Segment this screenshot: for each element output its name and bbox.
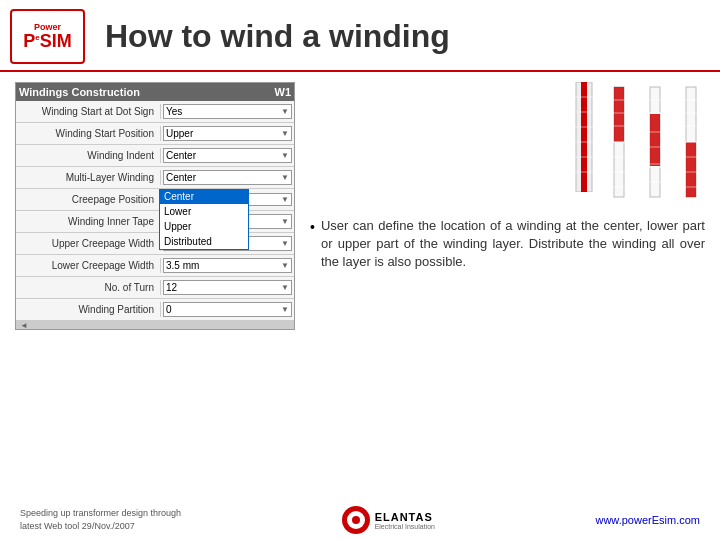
multilayer-dropdown[interactable]: Center Lower Upper Distributed <box>159 189 249 250</box>
chevron-down-icon: ▼ <box>281 217 289 226</box>
winding-diagrams <box>310 82 705 202</box>
elantas-circle-icon <box>342 506 370 534</box>
field-value-start-pos[interactable]: Upper ▼ <box>161 124 294 143</box>
bullet-text: User can define the location of a windin… <box>321 217 705 272</box>
dropdown-option-upper[interactable]: Upper <box>160 219 248 234</box>
table-row: Winding Start Position Upper ▼ <box>16 123 294 145</box>
chevron-down-icon: ▼ <box>281 261 289 270</box>
field-label-no-of-turn: No. of Turn <box>16 280 161 295</box>
field-label-start-pos: Winding Start Position <box>16 126 161 141</box>
chevron-down-icon: ▼ <box>281 107 289 116</box>
logo: Power PeSIM <box>10 9 85 64</box>
field-label-winding-partition: Winding Partition <box>16 302 161 317</box>
field-value-lower-creepage[interactable]: 3.5 mm ▼ <box>161 256 294 275</box>
winding-diagram-3 <box>641 82 669 202</box>
scroll-bar[interactable]: ◄ <box>16 321 294 329</box>
footer-line1: Speeding up transformer design through <box>20 507 181 520</box>
page-title: How to wind a winding <box>105 18 450 55</box>
field-label-dot-sign: Winding Start at Dot Sign <box>16 104 161 119</box>
field-value-indent[interactable]: Center ▼ <box>161 146 294 165</box>
table-row: Winding Start at Dot Sign Yes ▼ <box>16 101 294 123</box>
table-row: No. of Turn 12 ▼ <box>16 277 294 299</box>
elantas-inner-icon <box>347 511 365 529</box>
footer-left: Speeding up transformer design through l… <box>20 507 181 532</box>
field-value-winding-partition[interactable]: 0 ▼ <box>161 300 294 319</box>
no-of-turn-select[interactable]: 12 ▼ <box>163 280 292 295</box>
svg-rect-9 <box>614 87 624 142</box>
footer-website: www.powerEsim.com <box>595 514 700 526</box>
winding-svg-4 <box>682 82 700 202</box>
start-pos-value: Upper <box>166 128 193 139</box>
table-row: Creepage Position ▼ <box>16 189 294 211</box>
dot-sign-value: Yes <box>166 106 182 117</box>
windings-form: Windings Construction W1 Winding Start a… <box>15 82 295 330</box>
field-label-multilayer: Multi-Layer Winding <box>16 170 161 185</box>
footer-line2: latest Web tool 29/Nov./2007 <box>20 520 181 533</box>
chevron-down-icon: ▼ <box>281 283 289 292</box>
field-label-creepage-pos: Creepage Position <box>16 192 161 207</box>
bullet-section: • User can define the location of a wind… <box>310 217 705 272</box>
winding-svg-1 <box>575 82 593 192</box>
field-label-inner-tape: Winding Inner Tape <box>16 214 161 229</box>
footer-center: ELANTAS Electrical Insulation <box>342 506 435 534</box>
header: Power PeSIM How to wind a winding <box>0 0 720 72</box>
field-value-multilayer[interactable]: Center ▼ <box>161 168 294 187</box>
chevron-down-icon: ▼ <box>281 129 289 138</box>
elantas-subtitle: Electrical Insulation <box>375 523 435 530</box>
winding-diagram-2 <box>605 82 633 202</box>
table-row: Winding Partition 0 ▼ <box>16 299 294 321</box>
winding-diagram-4 <box>677 82 705 202</box>
field-label-upper-creepage: Upper Creepage Width <box>16 236 161 251</box>
form-header-w1: W1 <box>275 86 292 98</box>
chevron-down-icon: ▼ <box>281 239 289 248</box>
indent-value: Center <box>166 150 196 161</box>
field-value-no-of-turn[interactable]: 12 ▼ <box>161 278 294 297</box>
elantas-dot-icon <box>352 516 360 524</box>
winding-svg-2 <box>610 82 628 202</box>
table-row: Winding Inner Tape Nil ▼ <box>16 211 294 233</box>
no-of-turn-value: 12 <box>166 282 177 293</box>
winding-partition-select[interactable]: 0 ▼ <box>163 302 292 317</box>
dropdown-option-distributed[interactable]: Distributed <box>160 234 248 249</box>
chevron-down-icon: ▼ <box>281 195 289 204</box>
lower-creepage-value: 3.5 mm <box>166 260 199 271</box>
main-content: Windings Construction W1 Winding Start a… <box>0 72 720 500</box>
bullet-icon: • <box>310 219 315 235</box>
chevron-down-icon: ▼ <box>281 151 289 160</box>
table-row: Lower Creepage Width 3.5 mm ▼ <box>16 255 294 277</box>
winding-svg-3 <box>646 82 664 202</box>
footer: Speeding up transformer design through l… <box>0 500 720 540</box>
winding-partition-value: 0 <box>166 304 172 315</box>
dropdown-option-lower[interactable]: Lower <box>160 204 248 219</box>
chevron-down-icon: ▼ <box>281 173 289 182</box>
indent-select[interactable]: Center ▼ <box>163 148 292 163</box>
svg-rect-1 <box>581 82 587 192</box>
logo-sim-text: PeSIM <box>23 32 71 50</box>
multilayer-value: Center <box>166 172 196 183</box>
winding-diagram-1 <box>569 82 597 202</box>
table-row: Multi-Layer Winding Center ▼ Center Lowe… <box>16 167 294 189</box>
scroll-left-icon[interactable]: ◄ <box>20 321 28 330</box>
field-label-indent: Winding Indent <box>16 148 161 163</box>
field-value-dot-sign[interactable]: Yes ▼ <box>161 102 294 121</box>
chevron-down-icon: ▼ <box>281 305 289 314</box>
lower-creepage-select[interactable]: 3.5 mm ▼ <box>163 258 292 273</box>
multilayer-select[interactable]: Center ▼ <box>163 170 292 185</box>
table-row: Upper Creepage Width 0.0 mm ▼ <box>16 233 294 255</box>
table-row: Winding Indent Center ▼ <box>16 145 294 167</box>
form-header-title: Windings Construction <box>19 86 140 98</box>
form-header: Windings Construction W1 <box>16 83 294 101</box>
left-panel: Windings Construction W1 Winding Start a… <box>15 82 295 490</box>
svg-rect-18 <box>650 114 660 166</box>
field-label-lower-creepage: Lower Creepage Width <box>16 258 161 273</box>
elantas-name: ELANTAS <box>375 511 435 523</box>
dropdown-option-center[interactable]: Center <box>160 189 248 204</box>
start-pos-select[interactable]: Upper ▼ <box>163 126 292 141</box>
svg-rect-27 <box>686 142 696 197</box>
dot-sign-select[interactable]: Yes ▼ <box>163 104 292 119</box>
right-panel: • User can define the location of a wind… <box>310 82 705 490</box>
elantas-logo: ELANTAS Electrical Insulation <box>342 506 435 534</box>
